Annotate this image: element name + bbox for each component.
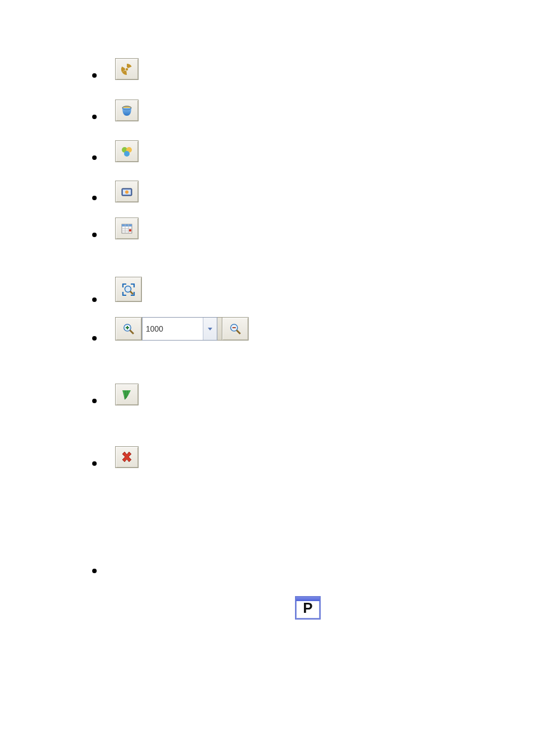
delete-button[interactable]: [115, 446, 139, 468]
picture-icon: [120, 185, 134, 199]
bullet: [92, 336, 97, 341]
zoom-fit-icon: [120, 281, 137, 298]
chevron-down-icon: [206, 325, 214, 333]
zoom-fit-button[interactable]: [115, 277, 142, 302]
zoom-combo[interactable]: [142, 317, 217, 341]
svg-rect-10: [122, 224, 132, 226]
bullet: [92, 399, 97, 403]
svg-line-24: [237, 330, 241, 334]
svg-point-5: [124, 151, 130, 157]
bullet: [92, 569, 97, 573]
svg-marker-22: [208, 328, 212, 330]
zoom-out-button[interactable]: [222, 317, 249, 341]
bucket-icon: [120, 103, 134, 118]
zoom-input[interactable]: [142, 318, 203, 340]
datagrid-button[interactable]: [115, 218, 139, 239]
bullet: [92, 155, 97, 160]
bullet: [92, 233, 97, 237]
svg-point-16: [125, 286, 131, 292]
bullet: [92, 461, 97, 466]
bullet: [92, 196, 97, 200]
bucket-button[interactable]: [115, 100, 139, 121]
zoom-out-icon: [228, 322, 242, 336]
p-icon-box: P: [295, 596, 321, 620]
sweep-icon: [120, 388, 134, 402]
zoom-bar: [115, 317, 249, 341]
shapes-button[interactable]: [115, 140, 139, 162]
svg-rect-15: [129, 229, 131, 231]
delete-icon: [120, 450, 134, 465]
toolbar-separator: [217, 317, 222, 341]
svg-point-8: [125, 190, 129, 193]
zoom-dropdown-button[interactable]: [203, 318, 217, 340]
bullet: [92, 297, 97, 302]
zoom-in-button[interactable]: [115, 317, 142, 341]
bullet: [92, 73, 97, 78]
zoom-in-icon: [121, 322, 136, 336]
shapes-icon: [120, 144, 134, 159]
p-letter: P: [303, 599, 312, 617]
datagrid-icon: [120, 221, 134, 236]
sweep-button[interactable]: [115, 384, 139, 405]
svg-point-0: [126, 68, 128, 70]
picture-button[interactable]: [115, 181, 139, 202]
svg-line-17: [130, 291, 133, 294]
svg-line-19: [130, 330, 134, 334]
radioactive-icon: [120, 62, 134, 77]
radioactive-button[interactable]: [115, 58, 139, 80]
bullet: [92, 115, 97, 119]
